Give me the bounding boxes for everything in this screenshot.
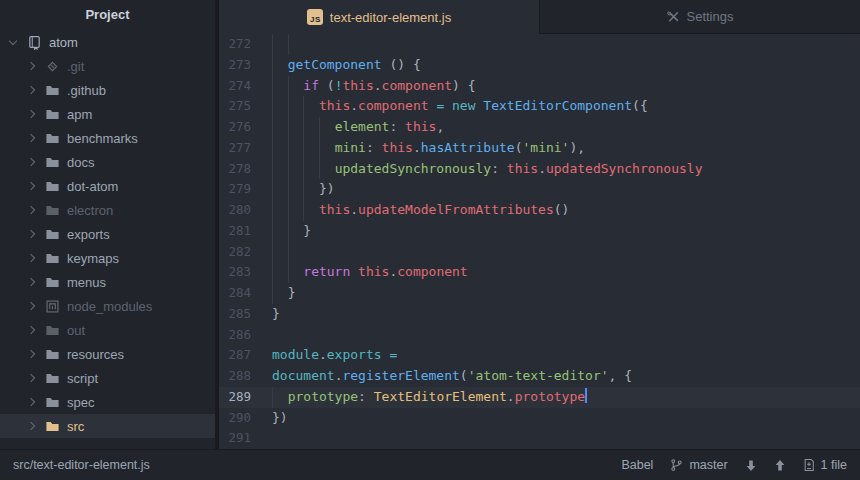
line-number[interactable]: 285: [219, 304, 272, 325]
tree-item-exports[interactable]: exports: [0, 222, 215, 246]
line-number[interactable]: 280: [219, 200, 272, 221]
tree-item-apm[interactable]: apm: [0, 102, 215, 126]
line-number[interactable]: 279: [219, 179, 272, 200]
tab-text-editor-element-js[interactable]: JS text-editor-element.js: [219, 0, 539, 34]
arrow-down-icon: [745, 459, 757, 472]
chevron-right-icon[interactable]: [27, 230, 35, 238]
code-line[interactable]: 286: [219, 325, 860, 346]
chevron-right-icon[interactable]: [27, 350, 35, 358]
line-number[interactable]: 290: [219, 408, 272, 429]
tree-item-label: dot-atom: [67, 179, 118, 194]
tree-item-spec[interactable]: spec: [0, 390, 215, 414]
line-number[interactable]: 274: [219, 76, 272, 97]
code-line[interactable]: 283 return this.component: [219, 262, 860, 283]
chevron-right-icon[interactable]: [27, 302, 35, 310]
line-number[interactable]: 287: [219, 345, 272, 366]
chevron-down-icon[interactable]: [9, 36, 17, 44]
tab-settings[interactable]: Settings: [539, 0, 860, 33]
arrow-up-icon: [774, 459, 786, 472]
chevron-right-icon[interactable]: [27, 374, 35, 382]
code-line[interactable]: 284 }: [219, 283, 860, 304]
line-number[interactable]: 273: [219, 55, 272, 76]
code-line[interactable]: 287module.exports =: [219, 345, 860, 366]
tree-item-label: .git: [67, 59, 84, 74]
code-line[interactable]: 278 updatedSynchronously: this.updatedSy…: [219, 159, 860, 180]
code-line[interactable]: 280 this.updateModelFromAttributes(): [219, 200, 860, 221]
code-line[interactable]: 272: [219, 34, 860, 55]
code-line[interactable]: 285}: [219, 304, 860, 325]
chevron-right-icon[interactable]: [27, 326, 35, 334]
tree-item-dot-atom[interactable]: dot-atom: [0, 174, 215, 198]
chevron-right-icon[interactable]: [27, 158, 35, 166]
grammar-selector[interactable]: Babel: [621, 458, 653, 472]
chevron-right-icon[interactable]: [27, 134, 35, 142]
git-pull-button[interactable]: [745, 459, 757, 472]
chevron-right-icon[interactable]: [27, 254, 35, 262]
indent-guide: [319, 138, 320, 159]
line-number[interactable]: 288: [219, 366, 272, 387]
code-line[interactable]: 277 mini: this.hasAttribute('mini'),: [219, 138, 860, 159]
folder-icon: [45, 155, 60, 170]
line-number[interactable]: 286: [219, 325, 272, 346]
line-number[interactable]: 283: [219, 262, 272, 283]
code-line[interactable]: 289 prototype: TextEditorElement.prototy…: [219, 387, 860, 408]
line-number[interactable]: 278: [219, 159, 272, 180]
line-number[interactable]: 284: [219, 283, 272, 304]
chevron-right-icon[interactable]: [27, 278, 35, 286]
chevron-right-icon[interactable]: [27, 182, 35, 190]
tree-item-menus[interactable]: menus: [0, 270, 215, 294]
code-line-content: this.updateModelFromAttributes(): [272, 200, 860, 221]
line-number[interactable]: 289: [219, 387, 272, 408]
tree-item-keymaps[interactable]: keymaps: [0, 246, 215, 270]
indent-guide: [272, 262, 273, 283]
tree-item-benchmarks[interactable]: benchmarks: [0, 126, 215, 150]
tree-item-electron[interactable]: electron: [0, 198, 215, 222]
project-panel-title: Project: [0, 0, 215, 30]
tree-item-src[interactable]: src: [0, 414, 215, 438]
chevron-right-icon[interactable]: [27, 62, 35, 70]
chevron-right-icon[interactable]: [27, 86, 35, 94]
tree-item-node-modules[interactable]: node_modules: [0, 294, 215, 318]
line-number[interactable]: 282: [219, 242, 272, 263]
line-number[interactable]: 281: [219, 221, 272, 242]
code-line[interactable]: 291: [219, 428, 860, 449]
line-number[interactable]: 291: [219, 428, 272, 449]
chevron-right-icon[interactable]: [27, 206, 35, 214]
tree-item-label: out: [67, 323, 85, 338]
tree-item-atom[interactable]: atom: [0, 30, 215, 54]
git-branch-status[interactable]: master: [670, 458, 727, 472]
tree-item-out[interactable]: out: [0, 318, 215, 342]
tree-item--github[interactable]: .github: [0, 78, 215, 102]
code-editor[interactable]: 272 273 getComponent () {274 if (!this.c…: [219, 34, 860, 449]
git-changed-files[interactable]: 1 file: [803, 458, 847, 472]
code-line[interactable]: 276 element: this,: [219, 117, 860, 138]
tree-item--git[interactable]: .git: [0, 54, 215, 78]
code-line[interactable]: 273 getComponent () {: [219, 55, 860, 76]
chevron-right-icon[interactable]: [27, 110, 35, 118]
tree-item-label: apm: [67, 107, 92, 122]
chevron-right-icon[interactable]: [27, 422, 35, 430]
code-line[interactable]: 274 if (!this.component) {: [219, 76, 860, 97]
indent-guide: [288, 262, 289, 283]
git-push-button[interactable]: [774, 459, 786, 472]
line-number[interactable]: 275: [219, 96, 272, 117]
line-number[interactable]: 272: [219, 34, 272, 55]
line-number[interactable]: 276: [219, 117, 272, 138]
code-line[interactable]: 290}): [219, 408, 860, 429]
code-line[interactable]: 288document.registerElement('atom-text-e…: [219, 366, 860, 387]
code-line-content: document.registerElement('atom-text-edit…: [272, 366, 860, 387]
code-line-content: mini: this.hasAttribute('mini'),: [272, 138, 860, 159]
line-number[interactable]: 277: [219, 138, 272, 159]
tree-item-docs[interactable]: docs: [0, 150, 215, 174]
javascript-file-icon: JS: [307, 9, 323, 25]
code-line[interactable]: 275 this.component = new TextEditorCompo…: [219, 96, 860, 117]
atom-window: Project atom .git.githubapmbenchmarksdoc…: [0, 0, 860, 480]
folder-icon: [45, 251, 60, 266]
code-line[interactable]: 282: [219, 242, 860, 263]
code-line[interactable]: 281 }: [219, 221, 860, 242]
code-line[interactable]: 279 }): [219, 179, 860, 200]
editor-pane: JS text-editor-element.js Settings 272 2…: [219, 0, 860, 449]
tree-item-script[interactable]: script: [0, 366, 215, 390]
chevron-right-icon[interactable]: [27, 398, 35, 406]
tree-item-resources[interactable]: resources: [0, 342, 215, 366]
